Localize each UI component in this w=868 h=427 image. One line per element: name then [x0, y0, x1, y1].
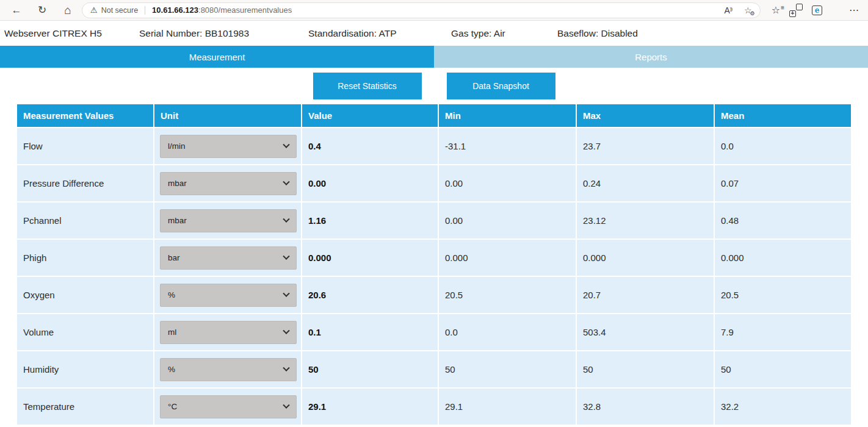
data-snapshot-button[interactable]: Data Snapshot — [447, 73, 555, 99]
device-title: Webserver CITREX H5 — [4, 28, 139, 39]
row-label: Flow — [17, 128, 153, 164]
header-measurement-values: Measurement Values — [17, 104, 153, 127]
unit-cell: % — [154, 277, 301, 313]
url-path: :8080/measurementvalues — [198, 5, 292, 15]
max-cell: 0.24 — [577, 165, 714, 201]
unit-select[interactable]: % — [160, 358, 297, 381]
value-cell: 20.6 — [302, 277, 438, 313]
action-buttons-row: Reset Statistics Data Snapshot — [0, 68, 868, 104]
add-favorites-icon[interactable]: ☆⚙ — [744, 6, 752, 15]
header-min: Min — [439, 104, 576, 127]
min-cell: 29.1 — [439, 389, 576, 425]
standardisation: Standardisation: ATP — [308, 28, 451, 39]
chevron-down-icon — [283, 327, 289, 334]
unit-select[interactable]: °C — [160, 395, 297, 418]
unit-cell: % — [154, 351, 301, 387]
unit-cell: ml — [154, 314, 301, 350]
tab-measurement[interactable]: Measurement — [0, 46, 434, 68]
unit-select-value: °C — [168, 402, 177, 411]
mean-cell: 50 — [715, 351, 851, 387]
chevron-down-icon — [283, 215, 289, 222]
ie-mode-icon[interactable]: e — [812, 5, 822, 15]
row-label: Phigh — [17, 240, 153, 276]
mean-cell: 7.9 — [715, 314, 851, 350]
unit-cell: mbar — [154, 165, 301, 201]
reset-statistics-button[interactable]: Reset Statistics — [313, 73, 422, 99]
not-secure-label[interactable]: Not secure — [101, 6, 138, 15]
chevron-down-icon — [283, 290, 289, 296]
max-cell: 23.12 — [577, 203, 714, 239]
header-max: Max — [577, 104, 714, 127]
unit-select-value: l/min — [168, 142, 186, 151]
mean-cell: 20.5 — [715, 277, 851, 313]
unit-select[interactable]: mbar — [160, 209, 297, 232]
unit-select[interactable]: % — [160, 284, 297, 307]
min-cell: 0.00 — [439, 165, 576, 201]
address-bar[interactable]: ⚠ Not secure 10.61.66.123:8080/measureme… — [82, 2, 761, 18]
chevron-down-icon — [283, 141, 289, 148]
unit-cell: °C — [154, 389, 301, 425]
max-cell: 20.7 — [577, 277, 714, 313]
unit-cell: bar — [154, 240, 301, 276]
unit-select[interactable]: bar — [160, 246, 297, 270]
chevron-down-icon — [283, 364, 289, 371]
min-cell: 0.00 — [439, 203, 576, 239]
url-divider — [145, 6, 145, 15]
mean-cell: 32.2 — [715, 389, 851, 425]
unit-select[interactable]: ml — [160, 321, 297, 344]
unit-select-value: bar — [168, 253, 180, 262]
serial-number: Serial Number: BB101983 — [139, 28, 308, 39]
mean-cell: 0.48 — [715, 203, 851, 239]
max-cell: 23.7 — [577, 128, 714, 164]
unit-select-value: % — [168, 365, 175, 374]
read-aloud-icon[interactable]: A)) — [724, 6, 732, 15]
mean-cell: 0.0 — [715, 128, 851, 164]
min-cell: -31.1 — [439, 128, 576, 164]
unit-select[interactable]: l/min — [160, 135, 297, 158]
value-cell: 50 — [302, 351, 438, 387]
refresh-icon[interactable]: ↻ — [34, 2, 50, 18]
max-cell: 50 — [577, 351, 714, 387]
baseflow: Baseflow: Disabled — [557, 28, 638, 39]
tab-reports[interactable]: Reports — [434, 46, 868, 68]
gas-type: Gas type: Air — [451, 28, 557, 39]
max-cell: 503.4 — [577, 314, 714, 350]
row-label: Temperature — [17, 389, 153, 425]
device-info-header: Webserver CITREX H5 Serial Number: BB101… — [0, 21, 868, 46]
more-menu-icon[interactable]: ⋯ — [849, 5, 859, 15]
unit-select-value: mbar — [168, 216, 187, 225]
value-cell: 29.1 — [302, 389, 438, 425]
favorites-icon[interactable]: ☆≡ — [772, 5, 780, 15]
home-icon[interactable]: ⌂ — [60, 2, 76, 18]
row-label: Pressure Difference — [17, 165, 153, 201]
back-icon[interactable]: ← — [9, 2, 24, 18]
url-text[interactable]: 10.61.66.123:8080/measurementvalues — [152, 5, 292, 15]
unit-cell: mbar — [154, 203, 301, 239]
value-cell: 1.16 — [302, 203, 438, 239]
header-mean: Mean — [715, 104, 851, 127]
url-host: 10.61.66.123 — [152, 5, 198, 15]
not-secure-warning-icon: ⚠ — [90, 6, 98, 14]
row-label: Humidity — [17, 351, 153, 387]
unit-select-value: ml — [168, 328, 176, 337]
unit-select[interactable]: mbar — [160, 172, 297, 195]
unit-select-value: % — [168, 290, 175, 300]
max-cell: 0.000 — [577, 240, 714, 276]
tab-bar: Measurement Reports — [0, 46, 868, 68]
browser-toolbar: ← ↻ ⌂ ⚠ Not secure 10.61.66.123:8080/mea… — [0, 0, 868, 21]
min-cell: 0.0 — [439, 314, 576, 350]
min-cell: 0.000 — [439, 240, 576, 276]
chevron-down-icon — [283, 401, 289, 408]
chevron-down-icon — [283, 178, 289, 185]
value-cell: 0.000 — [302, 240, 438, 276]
mean-cell: 0.07 — [715, 165, 851, 201]
row-label: Pchannel — [17, 203, 153, 239]
header-value: Value — [302, 104, 438, 127]
value-cell: 0.00 — [302, 165, 438, 201]
mean-cell: 0.000 — [715, 240, 851, 276]
unit-select-value: mbar — [168, 179, 187, 188]
value-cell: 0.4 — [302, 128, 438, 164]
chevron-down-icon — [283, 253, 289, 259]
row-label: Volume — [17, 314, 153, 350]
min-cell: 50 — [439, 351, 576, 387]
